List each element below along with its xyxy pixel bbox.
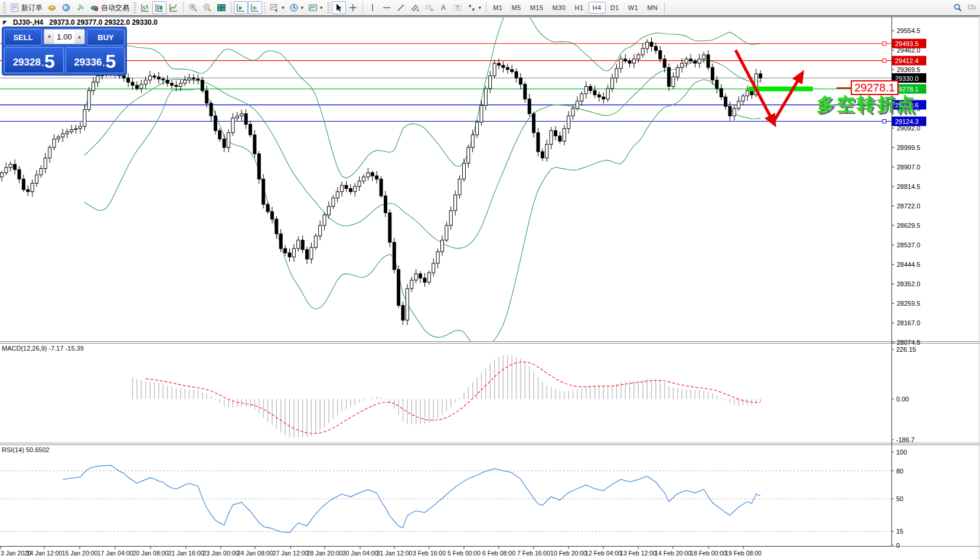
candle <box>611 78 614 89</box>
candle <box>44 158 47 169</box>
candle <box>270 212 273 219</box>
tile-windows-button[interactable] <box>214 1 228 14</box>
text-label-button[interactable]: T <box>450 1 465 14</box>
candle <box>345 185 348 188</box>
sell-button[interactable]: SELL <box>4 29 42 45</box>
mql5-community-button[interactable] <box>59 1 73 14</box>
candle <box>545 144 548 158</box>
annotation-text[interactable]: 多空转折点 <box>816 94 917 115</box>
sell-price-display[interactable]: 29328 . 5 <box>4 47 64 73</box>
toolbar-grip[interactable] <box>327 2 330 13</box>
candle <box>414 274 417 280</box>
fibonacci-button[interactable]: F <box>422 1 436 14</box>
trendline-button[interactable] <box>394 1 408 14</box>
candle <box>741 96 744 101</box>
line-handle[interactable] <box>883 42 886 45</box>
signals-button[interactable] <box>73 1 87 14</box>
auto-scroll-button[interactable] <box>234 1 248 14</box>
candle <box>371 173 374 176</box>
candle <box>218 130 221 139</box>
candle <box>624 59 627 61</box>
chevron-down-icon: ▾ <box>301 5 304 11</box>
metaeditor-button[interactable] <box>45 1 59 14</box>
chevron-down-icon: ▾ <box>282 5 285 11</box>
chart-canvas[interactable]: 226.150.00-186.7100805015029554.529462.0… <box>0 0 980 559</box>
arrows-button[interactable]: ▾ <box>465 1 484 14</box>
timeframe-w1-button[interactable]: W1 <box>624 2 643 14</box>
timeframe-m15-button[interactable]: M15 <box>526 2 548 14</box>
bars-chart-button[interactable] <box>138 1 152 14</box>
candle <box>550 130 553 144</box>
volume-control: ▼ ▲ <box>44 29 85 44</box>
candle <box>175 86 178 87</box>
candle <box>341 185 344 192</box>
chart-shift-button[interactable] <box>248 1 262 14</box>
price-axis-tick: 28074.5 <box>897 339 920 346</box>
cursor-button[interactable] <box>332 1 346 14</box>
rsi-axis-label: 80 <box>896 468 903 475</box>
candle <box>602 97 605 99</box>
volume-increase-button[interactable]: ▲ <box>74 30 84 44</box>
candle <box>663 59 666 67</box>
buy-price-dot: . <box>102 55 104 71</box>
line-handle[interactable] <box>883 59 886 63</box>
candle <box>314 236 317 248</box>
price-axis-tick: 28722.0 <box>897 202 920 210</box>
buy-button[interactable]: BUY <box>87 29 125 45</box>
fibonacci-icon: F <box>424 3 434 12</box>
price-axis-tick: 28907.0 <box>897 164 920 171</box>
candlestick-chart-button[interactable] <box>152 1 166 14</box>
buy-price-display[interactable]: 29336 . 5 <box>66 47 125 73</box>
candle <box>157 77 160 79</box>
zoom-out-icon <box>202 3 212 12</box>
candle <box>493 63 496 76</box>
time-axis-label: 7 Feb 16:00 <box>517 550 550 557</box>
candle <box>737 101 740 108</box>
candle <box>205 90 208 103</box>
equidistant-channel-button[interactable]: E <box>408 1 422 14</box>
chat-button[interactable] <box>965 1 979 14</box>
time-axis-label: 10 Feb 20:00 <box>550 550 587 557</box>
periods-button[interactable]: ▾ <box>287 1 306 14</box>
toolbar-grip[interactable] <box>133 2 136 13</box>
volume-decrease-button[interactable]: ▼ <box>44 30 54 44</box>
horizontal-line-button[interactable] <box>380 1 394 14</box>
timeframe-m1-button[interactable]: M1 <box>489 2 507 14</box>
line-chart-button[interactable] <box>166 1 181 14</box>
time-axis-label: 6 Feb 08:00 <box>482 550 515 557</box>
vertical-line-button[interactable] <box>365 1 380 14</box>
templates-button[interactable]: ▾ <box>306 1 325 14</box>
toolbar-grip[interactable] <box>3 2 6 13</box>
candle <box>214 116 217 130</box>
svg-text:F: F <box>431 8 433 12</box>
timeframe-d1-button[interactable]: D1 <box>606 2 623 14</box>
candle <box>201 80 204 91</box>
text-button[interactable]: A <box>436 1 450 14</box>
bars-chart-icon <box>141 3 150 12</box>
candle <box>401 305 404 320</box>
timeframe-h4-button[interactable]: H4 <box>589 2 606 14</box>
candle <box>436 251 439 263</box>
candle <box>57 137 60 139</box>
zoom-out-button[interactable] <box>200 1 214 14</box>
algo-trading-button[interactable]: 自动交易 <box>87 1 132 14</box>
new-order-button[interactable]: 新订单 <box>8 1 45 14</box>
price-axis-tick: 28537.0 <box>897 241 920 249</box>
candle <box>358 181 361 187</box>
candle <box>18 169 21 179</box>
main-toolbar: 新订单 自动交易 <box>0 0 980 16</box>
indicators-button[interactable]: ▾ <box>267 1 287 14</box>
volume-input[interactable] <box>54 30 74 44</box>
timeframe-h1-button[interactable]: H1 <box>571 2 588 14</box>
crosshair-button[interactable] <box>346 1 360 14</box>
line-handle[interactable] <box>883 119 886 123</box>
chart-header: ◤ DJ30-,H4 29373.0 29377.0 29322.0 29330… <box>3 18 158 27</box>
timeframe-mn-button[interactable]: MN <box>643 2 662 14</box>
time-axis-label: 12 Feb 04:00 <box>585 550 622 557</box>
search-button[interactable] <box>950 1 965 14</box>
time-axis-label: 24 Jan 08:00 <box>237 550 273 557</box>
timeframe-m30-button[interactable]: M30 <box>548 2 570 14</box>
zoom-in-button[interactable] <box>186 1 200 14</box>
candle <box>197 79 200 80</box>
timeframe-m5-button[interactable]: M5 <box>507 2 525 14</box>
